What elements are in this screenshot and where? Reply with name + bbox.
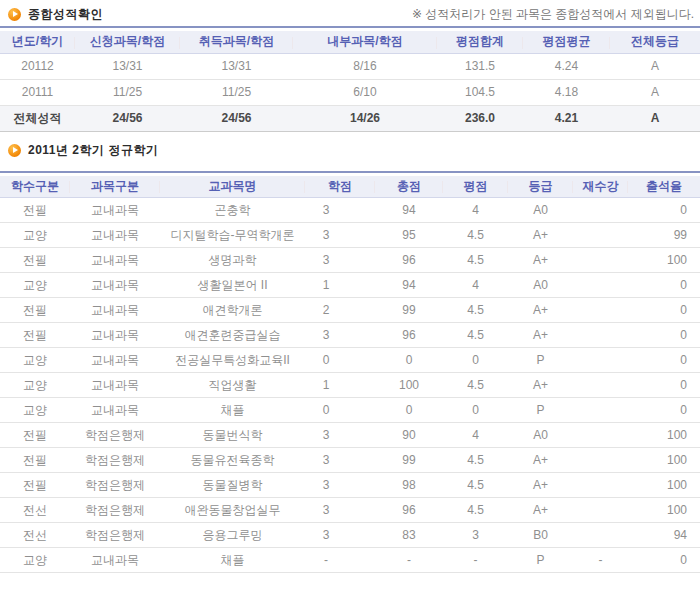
summary-col-earned: 취득과목/학점 (180, 31, 293, 53)
course-cell: 학점은행제 (70, 448, 160, 473)
course-cell: 직업생활 (160, 373, 305, 398)
course-cell: 0 (628, 548, 700, 573)
summary-cell: 20111 (0, 79, 75, 105)
course-cell: A+ (508, 323, 573, 348)
course-cell: A0 (508, 198, 573, 223)
course-cell: 96 (375, 248, 443, 273)
summary-cell: 20112 (0, 53, 75, 79)
course-cell: 96 (375, 323, 443, 348)
course-cell: 4.5 (443, 248, 508, 273)
course-cell: A+ (508, 448, 573, 473)
course-row: 교양 교내과목 채플 - - - P - 0 (0, 548, 700, 573)
course-cell: 3 (305, 198, 375, 223)
course-cell: A+ (508, 248, 573, 273)
course-cell: 전필 (0, 198, 70, 223)
course-cell: 학점은행제 (70, 423, 160, 448)
course-cell: 동물번식학 (160, 423, 305, 448)
course-cell: 83 (375, 523, 443, 548)
course-cell: 전필 (0, 423, 70, 448)
course-cell: 4.5 (443, 298, 508, 323)
course-cell (573, 448, 628, 473)
course-cell: 94 (375, 273, 443, 298)
course-cell: 4.5 (443, 473, 508, 498)
summary-col-gpa-avg: 평점평균 (523, 31, 610, 53)
course-cell: 100 (375, 373, 443, 398)
course-cell: 4.5 (443, 373, 508, 398)
course-cell: 3 (305, 473, 375, 498)
exclusion-note: ※ 성적처리가 안된 과목은 종합성적에서 제외됩니다. (412, 6, 694, 23)
summary-cell: 4.18 (523, 79, 610, 105)
course-cell: 4.5 (443, 223, 508, 248)
col-retake: 재수강 (573, 176, 628, 198)
summary-cell: 104.5 (437, 79, 523, 105)
col-grade-point: 평점 (443, 176, 508, 198)
course-cell: 교양 (0, 548, 70, 573)
course-cell: A+ (508, 223, 573, 248)
course-cell: 3 (305, 248, 375, 273)
course-row: 교양 교내과목 디지털학습-무역학개론 3 95 4.5 A+ 99 (0, 223, 700, 248)
summary-col-internal: 내부과목/학점 (293, 31, 437, 53)
course-cell: A+ (508, 373, 573, 398)
summary-col-year: 년도/학기 (0, 31, 75, 53)
course-cell: 디지털학습-무역학개론 (160, 223, 305, 248)
summary-col-applied: 신청과목/학점 (75, 31, 180, 53)
summary-col-overall-grade: 전체등급 (610, 31, 700, 53)
course-cell: 99 (375, 448, 443, 473)
course-cell: 전필 (0, 248, 70, 273)
course-cell: 100 (628, 423, 700, 448)
course-cell (573, 498, 628, 523)
course-cell: 100 (628, 248, 700, 273)
total-cell: 4.21 (523, 105, 610, 131)
course-cell: 응용그루밍 (160, 523, 305, 548)
course-row: 전필 교내과목 생명과학 3 96 4.5 A+ 100 (0, 248, 700, 273)
course-cell: - (443, 548, 508, 573)
semester-header-row: 학수구분 과목구분 교과목명 학점 총점 평점 등급 재수강 출석율 (0, 176, 700, 198)
course-cell: A0 (508, 423, 573, 448)
course-cell: 생명과학 (160, 248, 305, 273)
course-cell (573, 223, 628, 248)
course-cell: 0 (305, 398, 375, 423)
summary-col-gpa-total: 평점합계 (437, 31, 523, 53)
course-row: 교양 교내과목 전공실무특성화교육II 0 0 0 P 0 (0, 348, 700, 373)
course-cell: 교내과목 (70, 223, 160, 248)
course-cell (573, 248, 628, 273)
course-cell: 100 (628, 498, 700, 523)
course-row: 전필 교내과목 애견훈련중급실습 3 96 4.5 A+ 0 (0, 323, 700, 348)
summary-cell: 4.24 (523, 53, 610, 79)
course-cell: 전필 (0, 323, 70, 348)
course-cell: 교내과목 (70, 248, 160, 273)
summary-cell: 131.5 (437, 53, 523, 79)
course-cell: 학점은행제 (70, 473, 160, 498)
course-cell (573, 348, 628, 373)
course-cell: 학점은행제 (70, 498, 160, 523)
course-cell: - (573, 548, 628, 573)
course-row: 전필 교내과목 애견학개론 2 99 4.5 A+ 0 (0, 298, 700, 323)
course-row: 전선 학점은행제 응용그루밍 3 83 3 B0 94 (0, 523, 700, 548)
summary-cell: 11/25 (180, 79, 293, 105)
course-cell (573, 373, 628, 398)
total-cell: A (610, 105, 700, 131)
course-cell: 0 (628, 348, 700, 373)
course-cell: 학점은행제 (70, 523, 160, 548)
course-cell: 100 (628, 448, 700, 473)
course-cell: 1 (305, 273, 375, 298)
course-cell: 0 (628, 323, 700, 348)
course-cell: 0 (443, 348, 508, 373)
course-cell: 3 (305, 223, 375, 248)
course-cell: - (305, 548, 375, 573)
course-row: 전필 학점은행제 동물질병학 3 98 4.5 A+ 100 (0, 473, 700, 498)
semester-section-header: 2011년 2학기 정규학기 (0, 137, 700, 162)
course-cell: 교내과목 (70, 198, 160, 223)
course-cell: 0 (375, 348, 443, 373)
course-cell: 3 (305, 423, 375, 448)
course-cell: A+ (508, 498, 573, 523)
col-attendance: 출석율 (628, 176, 700, 198)
course-cell: 0 (628, 298, 700, 323)
course-cell: 4 (443, 198, 508, 223)
course-cell: 3 (305, 498, 375, 523)
course-cell: A+ (508, 473, 573, 498)
course-cell: 99 (628, 223, 700, 248)
course-cell: 100 (628, 473, 700, 498)
course-cell (573, 198, 628, 223)
course-cell: A+ (508, 298, 573, 323)
